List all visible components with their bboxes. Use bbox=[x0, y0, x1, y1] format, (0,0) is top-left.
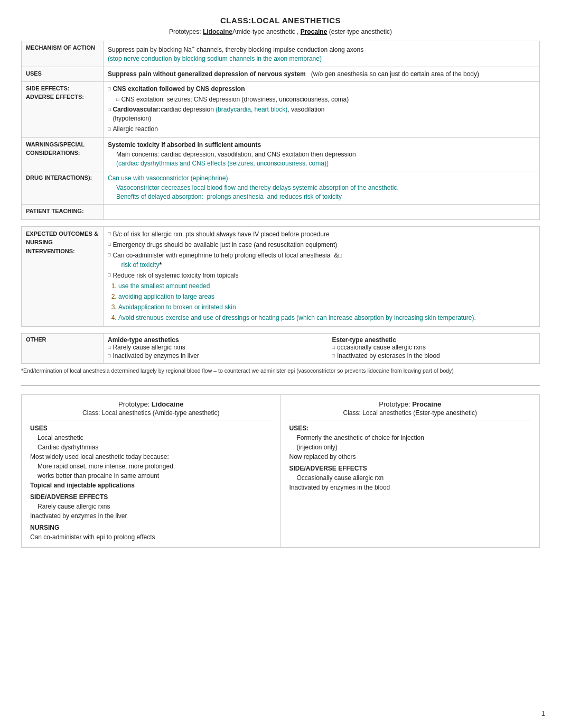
lidocaine-use-5: works better than procaine in same amoun… bbox=[38, 471, 272, 481]
amide-title: Amide-type anesthetics bbox=[108, 336, 311, 344]
lidocaine-use-4: More rapid onset, more intense, more pro… bbox=[38, 462, 272, 471]
lidocaine-use-3: Most widely used local anesthetic today … bbox=[30, 452, 272, 462]
row-patient-teaching: PATIENT TEACHING: bbox=[22, 205, 540, 219]
lidocaine-side-2: Inactivated by enzymes in the liver bbox=[30, 511, 272, 521]
content-nursing: □ B/c of risk for allergic rxn, pts shou… bbox=[104, 226, 540, 326]
se-item-1: □ CNS excitation followed by CNS depress… bbox=[108, 85, 535, 94]
label-patient-teaching: PATIENT TEACHING: bbox=[22, 205, 104, 219]
card-lidocaine-title: Prototype: Lidocaine bbox=[30, 400, 272, 408]
lidocaine-nursing-1: Can co-administer with epi to prolong ef… bbox=[30, 532, 272, 542]
nursing-step-3: Avoidapplication to broken or irritated … bbox=[118, 302, 535, 312]
content-warnings: Systemic toxicity if absorbed in suffici… bbox=[104, 138, 540, 171]
nursing-row: EXPECTED OUTCOMES &NURSING INTERVENTIONS… bbox=[22, 226, 540, 326]
nursing-step-4: Avoid strenuous exercise and use of dres… bbox=[118, 313, 535, 322]
se-item-3: □ Cardiovascular:cardiac depression (bra… bbox=[108, 105, 535, 124]
procaine-use-2: (injection only) bbox=[297, 443, 531, 452]
card-lidocaine-subtitle: Class: Local anesthetics (Amide-type ane… bbox=[30, 409, 272, 420]
card-lidocaine-nursing-label: NURSING bbox=[30, 524, 272, 531]
content-other: Amide-type anesthetics □ Rarely cause al… bbox=[104, 333, 540, 363]
content-mechanism: Suppress pain by blocking Na+ channels, … bbox=[104, 41, 540, 67]
nursing-item-3: □ Can co-administer with epinephrine to … bbox=[108, 251, 535, 270]
mechanism-teal: (stop nerve conduction by blocking sodiu… bbox=[108, 55, 322, 62]
card-lidocaine-uses-label: USES bbox=[30, 425, 272, 432]
amide-col: Amide-type anesthetics □ Rarely cause al… bbox=[108, 336, 311, 361]
nursing-bullet-1: □ bbox=[108, 231, 110, 239]
prototypes-line: Prototypes: LidocaineAmide-type anesthet… bbox=[21, 28, 540, 35]
nursing-step-2: avoiding application to large areas bbox=[118, 292, 535, 301]
bullet-icon-2: □ bbox=[116, 96, 119, 104]
ester-item-1: □ occasionally cause allergic rxns bbox=[332, 344, 536, 351]
procaine-use-3: Now replaced by others bbox=[289, 452, 531, 462]
card-lidocaine: Prototype: Lidocaine Class: Local anesth… bbox=[22, 395, 281, 547]
content-patient-teaching bbox=[104, 205, 540, 219]
card-procaine-subtitle: Class: Local anesthetics (Ester-type ane… bbox=[289, 409, 531, 420]
lidocaine-side-1: Rarely cause allergic rxns bbox=[38, 502, 272, 511]
card-procaine: Prototype: Procaine Class: Local anesthe… bbox=[281, 395, 540, 547]
nursing-item-1: □ B/c of risk for allergic rxn, pts shou… bbox=[108, 229, 535, 239]
content-drug-interactions: Can use with vasoconstrictor (epinephrin… bbox=[104, 171, 540, 205]
label-uses: USES bbox=[22, 67, 104, 81]
row-warnings: WARNINGS/SPECIALCONSIDERATIONS: Systemic… bbox=[22, 138, 540, 171]
amide-item-2: □ Inactivated by enzymes in liver bbox=[108, 352, 311, 360]
prototype-cards: Prototype: Lidocaine Class: Local anesth… bbox=[21, 394, 540, 548]
footnote: *End/termination of local anesthesia det… bbox=[21, 367, 540, 375]
label-nursing: EXPECTED OUTCOMES &NURSING INTERVENTIONS… bbox=[22, 226, 104, 326]
row-side-effects: SIDE EFFECTS:ADVERSE EFFECTS: □ CNS exci… bbox=[22, 82, 540, 138]
nursing-bullet-3: □ bbox=[108, 252, 110, 270]
prototypes-label: Prototypes: bbox=[169, 28, 201, 35]
nursing-numbered-list: use the smallest amount needed avoiding … bbox=[118, 281, 535, 322]
ester-col: Ester-type anesthetic □ occasionally cau… bbox=[332, 336, 536, 361]
label-other: OTHER bbox=[22, 333, 104, 363]
section-divider bbox=[21, 385, 540, 386]
se-item-4: □ Allergic reaction bbox=[108, 125, 535, 134]
row-drug-interactions: DRUG INTERACTIONS): Can use with vasocon… bbox=[22, 171, 540, 205]
nursing-item-4: □ Reduce risk of systemic toxicity from … bbox=[108, 271, 535, 280]
label-warnings: WARNINGS/SPECIALCONSIDERATIONS: bbox=[22, 138, 104, 171]
other-two-col: Amide-type anesthetics □ Rarely cause al… bbox=[108, 336, 535, 361]
content-uses: Suppress pain without generalized depres… bbox=[104, 67, 540, 81]
card-procaine-title: Prototype: Procaine bbox=[289, 400, 531, 408]
nursing-step-1: use the smallest amount needed bbox=[118, 281, 535, 291]
procaine-use-1: Formerly the anesthetic of choice for in… bbox=[297, 433, 531, 443]
card-lidocaine-side-label: SIDE/ADVERSE EFFECTS bbox=[30, 493, 272, 501]
ester-item-2: □ Inactivated by esterases in the blood bbox=[332, 352, 536, 360]
other-row: OTHER Amide-type anesthetics □ Rarely ca… bbox=[22, 333, 540, 363]
ester-title: Ester-type anesthetic bbox=[332, 336, 536, 344]
bullet-icon-4: □ bbox=[108, 126, 110, 134]
nursing-item-2: □ Emergency drugs should be available ju… bbox=[108, 240, 535, 250]
se-teal: (bradycardia, heart block) bbox=[216, 106, 287, 113]
content-side-effects: □ CNS excitation followed by CNS depress… bbox=[104, 82, 540, 138]
proto-amide: Lidocaine bbox=[203, 28, 232, 35]
amide-item-1: □ Rarely cause allergic rxns bbox=[108, 344, 311, 351]
se-item-2: □ CNS excitation: seizures; CNS depressi… bbox=[116, 95, 535, 104]
lidocaine-use-6: Topical and injectable applications bbox=[30, 481, 272, 490]
row-uses: USES Suppress pain without generalized d… bbox=[22, 67, 540, 81]
nursing-bullet-2: □ bbox=[108, 241, 110, 250]
card-procaine-side-label: SIDE/ADVERSE EFFECTS bbox=[289, 465, 531, 472]
lidocaine-use-1: Local anesthetic bbox=[38, 433, 272, 443]
main-info-table: MECHANISM OF ACTION Suppress pain by blo… bbox=[21, 41, 540, 220]
page-title: Class:LOCAL ANESTHETICS bbox=[21, 16, 540, 25]
label-mechanism: MECHANISM OF ACTION bbox=[22, 41, 104, 67]
lidocaine-use-2: Cardiac dysrhythmias bbox=[38, 443, 272, 452]
label-side-effects: SIDE EFFECTS:ADVERSE EFFECTS: bbox=[22, 82, 104, 138]
bullet-icon-1: □ bbox=[108, 86, 110, 94]
bullet-icon-3: □ bbox=[108, 106, 110, 124]
nursing-table: EXPECTED OUTCOMES &NURSING INTERVENTIONS… bbox=[21, 226, 540, 327]
other-table: OTHER Amide-type anesthetics □ Rarely ca… bbox=[21, 333, 540, 364]
proto-procaine: Procaine bbox=[301, 28, 328, 35]
card-procaine-uses-label: Uses: bbox=[289, 425, 531, 432]
label-drug-interactions: DRUG INTERACTIONS): bbox=[22, 171, 104, 205]
nursing-bullet-4: □ bbox=[108, 272, 110, 280]
row-mechanism: MECHANISM OF ACTION Suppress pain by blo… bbox=[22, 41, 540, 67]
procaine-side-2: Inactivated by enzymes in the blood bbox=[289, 483, 531, 492]
uses-bold: Suppress pain without generalized depres… bbox=[108, 70, 306, 78]
procaine-side-1: Occasionally cause allergic rxn bbox=[297, 473, 531, 483]
